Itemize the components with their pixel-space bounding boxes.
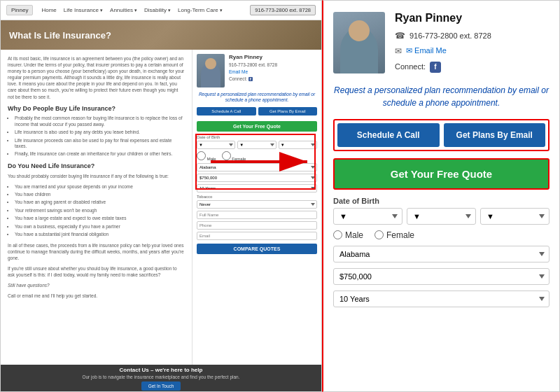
article-area: At its most basic, life insurance is an … [1,50,192,365]
gender-row-large: Male Female [333,230,550,240]
agent-info-large: Ryan Pinney ☎ 916-773-2800 ext. 8728 ✉ ✉… [395,12,550,74]
nav-phone: 916-773-2800 ext. 8728 [250,5,316,15]
male-radio-small[interactable]: Male [197,151,216,161]
nav-item-disability[interactable]: Disability [144,7,171,13]
term-select-large[interactable]: 10 Years [333,290,550,307]
dob-label-small: Date of Birth [197,135,317,139]
connect-row: Connect: f [395,60,550,74]
article-intro: At its most basic, life insurance is an … [8,55,185,100]
nav-item-longterm[interactable]: Long-Term Care [178,7,223,13]
article-intro2: You should probably consider buying life… [8,173,185,179]
footer-small: Contact Us – we're here to help Our job … [1,365,321,392]
email-input-small[interactable] [197,232,317,240]
tobacco-select-small[interactable]: Never [197,200,317,209]
list-item: Life insurance proceeds can also be used… [15,138,185,150]
nav-item-annuities[interactable]: Annuities [110,7,137,13]
list-item: Life insurance is also used to pay any d… [15,130,185,135]
female-label: Female [386,230,414,240]
dob-day-small[interactable]: ▼ [237,141,276,149]
quote-btn-small[interactable]: Get Your Free Quote [197,121,317,132]
phone-input-small[interactable] [197,221,317,230]
male-radio-large[interactable]: Male [333,230,363,240]
list-item: You have a substantial joint financial o… [15,232,185,237]
nav-item-home[interactable]: Home [41,7,56,13]
btn-row-small: Schedule A Call Get Plans By Email [197,107,317,115]
sidebar-widget-small: Ryan Pinney 916-773-2800 ext. 8728 Email… [192,50,321,365]
dob-month-small[interactable]: ▼ [197,141,235,149]
schedule-btn-large[interactable]: Schedule A Call [337,123,440,147]
nav-logo[interactable]: Pinney [6,5,33,15]
dob-row-small: ▼ ▼ ▼ [197,141,317,149]
term-select-small[interactable]: 10 Years [197,184,317,192]
list-item: You have a large estate and expect to ow… [15,216,185,221]
right-panel: Ryan Pinney ☎ 916-773-2800 ext. 8728 ✉ ✉… [322,0,560,392]
connect-label: Connect: [395,60,426,74]
phone-number: 916-773-2800 ext. 8728 [410,29,491,43]
list-item: You have an aging parent or disabled rel… [15,200,185,205]
phone-icon: ☎ [395,29,405,44]
nav-item-life[interactable]: Life Insurance [64,7,103,13]
article-bullets2: You are married and your spouse depends … [8,184,185,238]
dob-month-large[interactable]: ▼ [333,208,402,225]
hero-section: What Is Life Insurance? [1,20,321,50]
list-item: Your retirement savings won't be enough [15,208,185,214]
connect-small: Connect: f [229,76,277,83]
article-outro2: If you're still unsure about whether you… [8,265,185,278]
dob-day-large[interactable]: ▼ [407,208,476,225]
plans-btn-large[interactable]: Get Plans By Email [444,123,546,147]
dob-year-small[interactable]: ▼ [279,141,317,149]
dob-label-large: Date of Birth [333,197,550,205]
call-text: Call or email me and I'll help you get s… [8,293,185,299]
male-label: Male [345,230,363,240]
agent-profile-large: Ryan Pinney ☎ 916-773-2800 ext. 8728 ✉ ✉… [333,12,550,74]
state-select-large[interactable]: Alabama [333,246,550,262]
coverage-select-large[interactable]: $750,000 [333,268,550,285]
agent-info-small: Ryan Pinney 916-773-2800 ext. 8728 Email… [229,54,277,88]
still-questions: Still have questions? [8,282,185,288]
article-outro: In all of these cases, the proceeds from… [8,242,185,261]
email-row: ✉ ✉ Email Me [395,44,550,59]
email-link-small[interactable]: Email Me [229,69,248,74]
schedule-btn-small[interactable]: Schedule A Call [197,107,256,115]
form-section-small: Date of Birth ▼ ▼ ▼ Male Female Alabama … [197,135,317,254]
dob-year-large[interactable]: ▼ [480,208,550,225]
list-item: Finally, life insurance can create an in… [15,151,185,157]
agent-photo-small [197,54,225,88]
list-item: You have children [15,192,185,197]
state-select-small[interactable]: Alabama [197,163,317,172]
article-section1-heading: Why Do People Buy Life Insurance? [8,104,185,113]
quote-btn-large[interactable]: Get Your Free Quote [333,158,550,190]
left-panel: Pinney Home Life Insurance Annuities Dis… [0,0,322,392]
btn-row-large: Schedule A Call Get Plans By Email [333,119,550,151]
phone-row: ☎ 916-773-2800 ext. 8728 [395,29,550,44]
main-content: At its most basic, life insurance is an … [1,50,321,365]
tobacco-label-small: Tobacco [197,195,317,199]
agent-name-small: Ryan Pinney [229,54,277,60]
list-item: You are married and your spouse depends … [15,184,185,190]
plans-btn-small[interactable]: Get Plans By Email [258,107,318,115]
footer-title: Contact Us – we're here to help [120,367,203,373]
list-item: Probably the most common reason for buyi… [15,115,185,127]
agent-contact-small: 916-773-2800 ext. 8728 Email Me Connect:… [229,62,277,83]
name-input-small[interactable] [197,211,317,219]
agent-profile-small: Ryan Pinney 916-773-2800 ext. 8728 Email… [197,54,317,88]
gender-row-small: Male Female [197,151,317,161]
dob-selects-row: ▼ ▼ ▼ [333,208,550,225]
coverage-select-small[interactable]: $750,000 [197,174,317,182]
agent-contact-large: ☎ 916-773-2800 ext. 8728 ✉ ✉ Email Me Co… [395,29,550,74]
article-section2-heading: Do You Need Life Insurance? [8,162,185,171]
facebook-icon[interactable]: f [430,62,441,73]
nav-bar: Pinney Home Life Insurance Annuities Dis… [1,1,321,20]
agent-name-large: Ryan Pinney [395,12,550,24]
female-radio-small[interactable]: Female [222,151,246,161]
phone-small: 916-773-2800 ext. 8728 [229,62,277,69]
form-section-large: Date of Birth ▼ ▼ ▼ Male Female Alabama [333,197,550,313]
female-radio-large[interactable]: Female [374,230,414,240]
email-link-large[interactable]: ✉ Email Me [406,44,447,58]
article-bullets1: Probably the most common reason for buyi… [8,115,185,158]
email-icon: ✉ [395,44,402,59]
list-item: You own a business, especially if you ha… [15,224,185,230]
footer-subtitle: Our job is to navigate the insurance mar… [82,374,239,379]
footer-btn[interactable]: Get In Touch [141,382,181,391]
compare-btn-small[interactable]: COMPARE QUOTES [197,244,317,254]
